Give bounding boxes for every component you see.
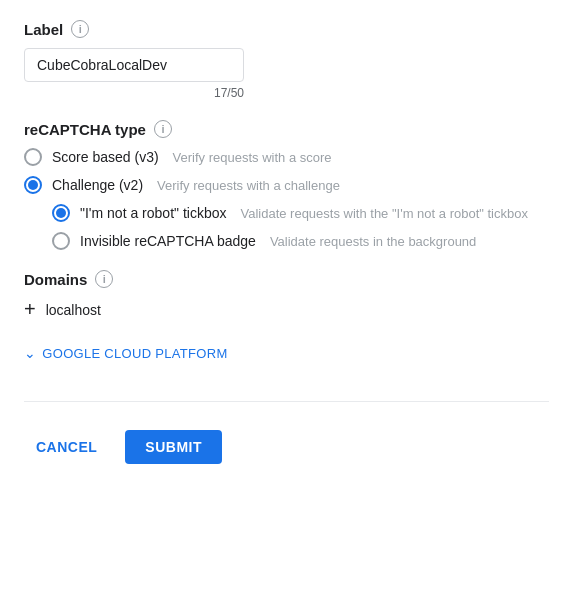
add-domain-row[interactable]: + localhost	[24, 298, 549, 321]
sub-radio-group: "I'm not a robot" tickbox Validate reque…	[52, 204, 549, 250]
domains-title: Domains	[24, 271, 87, 288]
footer-divider	[24, 401, 549, 402]
recaptcha-radio-group: Score based (v3) Verify requests with a …	[24, 148, 549, 250]
char-count: 17/50	[24, 86, 244, 100]
radio-circle-invisible	[52, 232, 70, 250]
tickbox-label: "I'm not a robot" tickbox	[80, 205, 226, 221]
gcp-platform-link[interactable]: ⌄ GOOGLE CLOUD PLATFORM	[24, 345, 549, 361]
chevron-down-icon: ⌄	[24, 345, 36, 361]
domain-value: localhost	[46, 302, 101, 318]
invisible-label: Invisible reCAPTCHA badge	[80, 233, 256, 249]
score-v3-description: Verify requests with a score	[173, 150, 332, 165]
tickbox-description: Validate requests with the "I'm not a ro…	[240, 206, 528, 221]
footer: CANCEL SUBMIT	[24, 422, 549, 464]
label-title: Label	[24, 21, 63, 38]
domains-info-icon[interactable]: i	[95, 270, 113, 288]
submit-button[interactable]: SUBMIT	[125, 430, 222, 464]
recaptcha-section: reCAPTCHA type i Score based (v3) Verify…	[24, 120, 549, 250]
radio-option-tickbox[interactable]: "I'm not a robot" tickbox Validate reque…	[52, 204, 549, 222]
label-info-icon[interactable]: i	[71, 20, 89, 38]
radio-circle-challenge-v2	[24, 176, 42, 194]
recaptcha-info-icon[interactable]: i	[154, 120, 172, 138]
cancel-button[interactable]: CANCEL	[24, 431, 109, 463]
add-domain-icon: +	[24, 298, 36, 321]
radio-circle-tickbox	[52, 204, 70, 222]
challenge-v2-description: Verify requests with a challenge	[157, 178, 340, 193]
score-v3-label: Score based (v3)	[52, 149, 159, 165]
radio-circle-score-v3	[24, 148, 42, 166]
recaptcha-title: reCAPTCHA type	[24, 121, 146, 138]
radio-option-invisible[interactable]: Invisible reCAPTCHA badge Validate reque…	[52, 232, 549, 250]
radio-option-score-v3[interactable]: Score based (v3) Verify requests with a …	[24, 148, 549, 166]
gcp-link-label: GOOGLE CLOUD PLATFORM	[42, 346, 227, 361]
invisible-description: Validate requests in the background	[270, 234, 476, 249]
label-input[interactable]	[24, 48, 244, 82]
challenge-v2-label: Challenge (v2)	[52, 177, 143, 193]
domains-section: Domains i + localhost	[24, 270, 549, 321]
label-section: Label i 17/50	[24, 20, 549, 100]
radio-option-challenge-v2[interactable]: Challenge (v2) Verify requests with a ch…	[24, 176, 549, 194]
